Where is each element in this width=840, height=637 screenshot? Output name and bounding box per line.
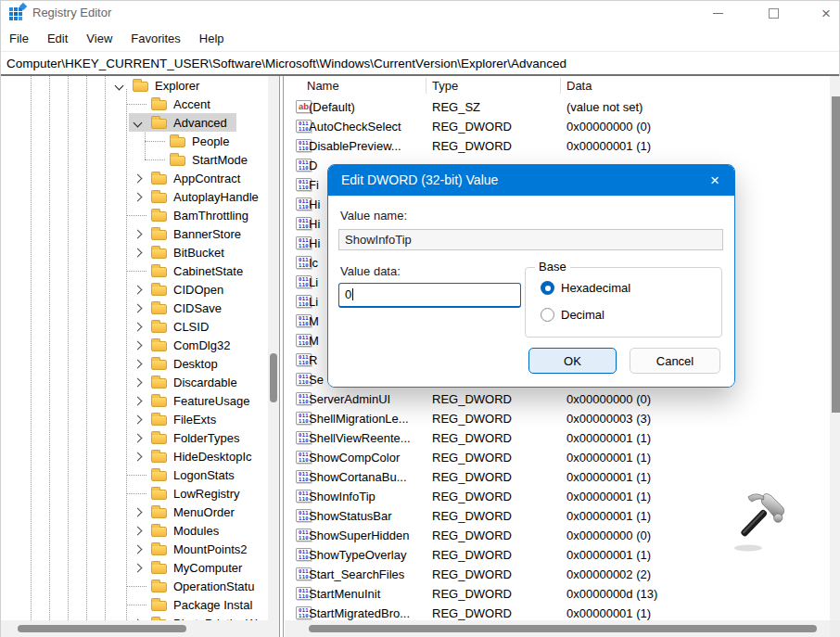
maximize-button[interactable] xyxy=(759,4,787,22)
menu-item-favorites[interactable]: Favorites xyxy=(131,32,180,45)
menu-item-view[interactable]: View xyxy=(86,32,112,45)
column-header-name[interactable]: Name xyxy=(307,79,339,93)
tree-item-featureusage[interactable]: FeatureUsage xyxy=(1,391,268,410)
dialog-close-icon[interactable]: × xyxy=(705,171,725,191)
list-row-default[interactable]: ab(Default)REG_SZ(value not set) xyxy=(285,97,830,117)
list-row-shellmigrationle[interactable]: 011110ShellMigrationLe...REG_DWORD0x0000… xyxy=(285,409,830,428)
tree-item-package-instal[interactable]: Package Instal xyxy=(1,595,268,614)
list-row-showtypeoverlay[interactable]: 011110ShowTypeOverlayREG_DWORD0x00000001… xyxy=(285,545,830,565)
value-name-field[interactable]: ShowInfoTip xyxy=(338,229,723,250)
tree-item-comdlg32[interactable]: ComDlg32 xyxy=(1,336,268,354)
menu-item-edit[interactable]: Edit xyxy=(47,32,68,45)
chevron-right-icon[interactable] xyxy=(134,174,143,184)
chevron-right-icon[interactable] xyxy=(134,397,143,406)
chevron-right-icon[interactable] xyxy=(134,248,143,258)
list-horizontal-scrollbar[interactable] xyxy=(285,620,830,637)
list-vertical-scrollbar[interactable] xyxy=(830,76,840,620)
tree-item-logonstats[interactable]: LogonStats xyxy=(1,465,268,484)
chevron-right-icon[interactable] xyxy=(134,564,143,573)
tree-item-bamthrottling[interactable]: BamThrottling xyxy=(1,206,268,224)
chevron-right-icon[interactable] xyxy=(134,378,143,388)
radio-button-icon[interactable] xyxy=(541,281,554,295)
tree-item-clsid[interactable]: CLSID xyxy=(1,317,268,336)
tree-item-explorer[interactable]: Explorer xyxy=(1,76,268,95)
tree-item-mountpoints2[interactable]: MountPoints2 xyxy=(1,540,268,558)
chevron-down-icon[interactable] xyxy=(115,82,124,91)
tree-vscroll-thumb[interactable] xyxy=(270,353,277,402)
close-button[interactable]: × xyxy=(812,4,840,22)
tree-item-mycomputer[interactable]: MyComputer xyxy=(1,558,268,577)
tree-item-modules[interactable]: Modules xyxy=(1,521,268,540)
tree-item-cidopen[interactable]: CIDOpen xyxy=(1,280,268,299)
folder-icon xyxy=(133,82,148,92)
chevron-right-icon[interactable] xyxy=(134,323,143,332)
menu-item-file[interactable]: File xyxy=(9,32,29,45)
radio-button-icon[interactable] xyxy=(541,308,554,322)
tree-item-appcontract[interactable]: AppContract xyxy=(1,169,268,187)
tree-item-bannerstore[interactable]: BannerStore xyxy=(1,224,268,243)
chevron-right-icon[interactable] xyxy=(134,508,143,517)
radio-decimal[interactable]: Decimal xyxy=(541,308,605,322)
column-header-type[interactable]: Type xyxy=(432,79,458,93)
column-resize-handle[interactable] xyxy=(560,78,561,94)
chevron-right-icon[interactable] xyxy=(134,230,143,239)
ok-button[interactable]: OK xyxy=(528,348,617,374)
list-row-showcortanabu[interactable]: 011110ShowCortanaBu...REG_DWORD0x0000000… xyxy=(285,467,830,487)
tree-item-lowregistry[interactable]: LowRegistry xyxy=(1,484,268,503)
window-titlebar[interactable]: Registry Editor × xyxy=(1,1,839,25)
tree-item-fileexts[interactable]: FileExts xyxy=(1,410,268,428)
chevron-right-icon[interactable] xyxy=(134,452,143,462)
list-row-startmenuinit[interactable]: 011110StartMenuInitREG_DWORD0x0000000d (… xyxy=(285,584,830,604)
panel-splitter[interactable] xyxy=(279,76,280,637)
chevron-right-icon[interactable] xyxy=(134,360,143,369)
chevron-right-icon[interactable] xyxy=(134,304,143,313)
tree-item-foldertypes[interactable]: FolderTypes xyxy=(1,428,268,447)
list-row-disablepreview[interactable]: 011110DisablePreview...REG_DWORD0x000000… xyxy=(285,136,830,156)
cancel-button[interactable]: Cancel xyxy=(630,348,720,374)
chevron-right-icon[interactable] xyxy=(134,415,143,425)
tree-item-bitbucket[interactable]: BitBucket xyxy=(1,243,268,261)
tree-item-advanced[interactable]: Advanced xyxy=(1,113,268,132)
list-row-start-searchfiles[interactable]: 011110Start_SearchFilesREG_DWORD0x000000… xyxy=(285,565,830,584)
tree-item-startmode[interactable]: StartMode xyxy=(1,150,268,169)
list-row-shellviewreente[interactable]: 011110ShellViewReente...REG_DWORD0x00000… xyxy=(285,428,830,448)
chevron-right-icon[interactable] xyxy=(134,527,143,536)
dialog-titlebar[interactable]: Edit DWORD (32-bit) Value × xyxy=(328,165,734,196)
list-row-serveradminui[interactable]: 011110ServerAdminUIREG_DWORD0x00000000 (… xyxy=(285,389,830,409)
list-row-showinfotip[interactable]: 011110ShowInfoTipREG_DWORD0x00000001 (1) xyxy=(285,487,830,506)
tree-item-photoprintingw[interactable]: PhotoPrintingW xyxy=(1,614,268,620)
tree-vertical-scrollbar[interactable] xyxy=(268,76,279,620)
column-header-data[interactable]: Data xyxy=(566,79,592,93)
tree-horizontal-scrollbar[interactable] xyxy=(1,620,279,637)
chevron-right-icon[interactable] xyxy=(134,193,143,202)
tree-item-cabinetstate[interactable]: CabinetState xyxy=(1,261,268,280)
tree-item-desktop[interactable]: Desktop xyxy=(1,354,268,373)
list-hscroll-thumb[interactable] xyxy=(309,625,817,632)
list-vscroll-thumb[interactable] xyxy=(832,96,840,413)
chevron-right-icon[interactable] xyxy=(134,545,143,554)
list-row-autocheckselect[interactable]: 011110AutoCheckSelectREG_DWORD0x00000000… xyxy=(285,117,830,136)
tree-hscroll-thumb[interactable] xyxy=(18,625,186,632)
tree-item-discardable[interactable]: Discardable xyxy=(1,373,268,391)
chevron-right-icon[interactable] xyxy=(134,434,143,443)
tree-item-autoplayhandle[interactable]: AutoplayHandle xyxy=(1,187,268,206)
list-row-showstatusbar[interactable]: 011110ShowStatusBarREG_DWORD0x00000001 (… xyxy=(285,506,830,526)
menu-item-help[interactable]: Help xyxy=(199,32,224,45)
tree-item-accent[interactable]: Accent xyxy=(1,95,268,113)
chevron-right-icon[interactable] xyxy=(134,341,143,350)
tree-item-menuorder[interactable]: MenuOrder xyxy=(1,503,268,521)
list-row-startmigratedbro[interactable]: 011110StartMigratedBro...REG_DWORD0x0000… xyxy=(285,604,830,620)
tree-item-operationstatu[interactable]: OperationStatu xyxy=(1,577,268,595)
list-row-showsuperhidden[interactable]: 011110ShowSuperHiddenREG_DWORD0x00000000… xyxy=(285,526,830,545)
column-resize-handle[interactable] xyxy=(426,78,426,94)
address-bar[interactable]: Computer\HKEY_CURRENT_USER\Software\Micr… xyxy=(1,52,839,76)
radio-hexadecimal[interactable]: Hexadecimal xyxy=(541,281,630,295)
tree-item-hidedesktopic[interactable]: HideDesktopIc xyxy=(1,447,268,465)
value-data-input[interactable]: 0 xyxy=(338,283,521,308)
tree-item-cidsave[interactable]: CIDSave xyxy=(1,299,268,317)
chevron-right-icon[interactable] xyxy=(134,286,143,295)
minimize-button[interactable] xyxy=(704,4,732,22)
tree-item-label: Package Instal xyxy=(173,598,252,612)
list-row-showcompcolor[interactable]: 011110ShowCompColorREG_DWORD0x00000001 (… xyxy=(285,448,830,467)
tree-item-people[interactable]: People xyxy=(1,132,268,150)
